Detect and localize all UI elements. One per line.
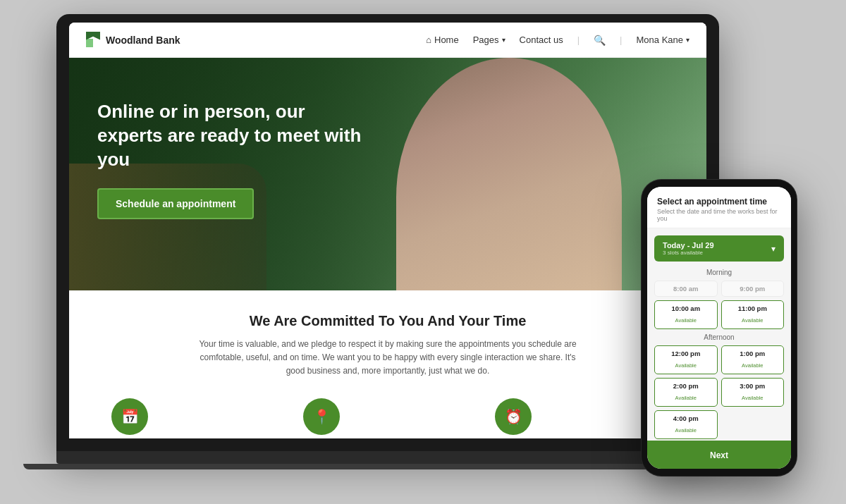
- time-slot-900pm[interactable]: 9:00 pm: [721, 281, 785, 297]
- hero-section: Online or in person, our experts are rea…: [69, 58, 706, 290]
- time-slot-200pm-time: 2:00 pm: [661, 382, 711, 390]
- time-slot-200pm[interactable]: 2:00 pm Available: [654, 378, 718, 407]
- time-slot-100pm[interactable]: 1:00 pm Available: [721, 345, 785, 374]
- time-slot-1100pm[interactable]: 11:00 pm Available: [721, 300, 785, 329]
- time-slot-400pm[interactable]: 4:00 pm Available: [654, 410, 718, 439]
- nav-divider: |: [577, 35, 580, 45]
- next-button-label: Next: [710, 450, 728, 460]
- feature-branches: 📍 Nearby Branches We make it easy to cho…: [303, 398, 472, 438]
- time-slot-1200pm-time: 12:00 pm: [661, 350, 711, 357]
- feature-scheduling-icon: 📅: [111, 398, 148, 435]
- feature-reminders-icon: ⏰: [495, 398, 532, 435]
- afternoon-slots: 12:00 pm Available 1:00 pm Available 2:0…: [654, 345, 784, 439]
- content-section: We Are Committed To You And Your Time Yo…: [69, 290, 706, 438]
- nav-divider-2: |: [620, 35, 622, 45]
- features-grid: 📅 Stress-Free Scheduling Our online sche…: [111, 398, 664, 438]
- time-slot-1100pm-status: Available: [742, 317, 763, 324]
- time-slot-100pm-status: Available: [742, 362, 763, 369]
- schedule-appointment-button[interactable]: Schedule an appointment: [97, 188, 254, 219]
- time-slot-800am-time: 8:00 am: [661, 285, 711, 293]
- laptop-base: [56, 451, 719, 464]
- time-slot-1200pm[interactable]: 12:00 pm Available: [654, 345, 718, 374]
- time-slot-1100pm-time: 11:00 pm: [728, 305, 778, 312]
- feature-scheduling: 📅 Stress-Free Scheduling Our online sche…: [111, 398, 281, 438]
- nav-links: ⌂ Home Pages ▾ Contact us | 🔍 |: [426, 35, 689, 46]
- logo-area: Woodland Bank: [86, 32, 180, 49]
- scene: Woodland Bank ⌂ Home Pages ▾ Contact us: [0, 0, 846, 504]
- time-slot-1000am-status: Available: [675, 317, 697, 324]
- section-title: We Are Committed To You And Your Time: [111, 313, 664, 329]
- time-slot-400pm-time: 4:00 pm: [661, 414, 711, 422]
- date-chevron-icon: ▾: [771, 244, 776, 254]
- brand-name: Woodland Bank: [106, 35, 180, 46]
- afternoon-label: Afternoon: [654, 333, 784, 341]
- time-slot-1000am[interactable]: 10:00 am Available: [654, 300, 718, 329]
- laptop-frame: Woodland Bank ⌂ Home Pages ▾ Contact us: [56, 14, 719, 451]
- brand-logo-icon: [86, 32, 100, 49]
- user-menu[interactable]: Mona Kane ▾: [637, 35, 690, 45]
- hero-title: Online or in person, our experts are rea…: [97, 100, 365, 171]
- logo-top: [86, 32, 100, 40]
- morning-slots: 8:00 am 9:00 pm 10:00 am Available 11:00…: [654, 281, 784, 329]
- feature-branches-icon: 📍: [303, 398, 340, 435]
- pages-chevron-icon: ▾: [502, 36, 505, 44]
- time-slot-800am[interactable]: 8:00 am: [654, 281, 718, 297]
- feature-reminders: ⏰ Timely Reminders Our automated confirm…: [495, 398, 664, 438]
- time-slot-300pm-status: Available: [742, 395, 763, 401]
- time-slot-100pm-time: 1:00 pm: [728, 350, 778, 357]
- morning-label: Morning: [654, 269, 784, 276]
- nav-pages[interactable]: Pages ▾: [473, 35, 505, 45]
- logo-bottom: [86, 39, 93, 47]
- time-slot-400pm-status: Available: [675, 427, 697, 434]
- time-slot-900pm-time: 9:00 pm: [728, 285, 778, 293]
- nav-contact[interactable]: Contact us: [520, 35, 563, 45]
- search-icon[interactable]: 🔍: [594, 35, 606, 46]
- phone-next-button[interactable]: Next: [647, 441, 791, 469]
- section-description: Your time is valuable, and we pledge to …: [190, 338, 585, 379]
- navbar: Woodland Bank ⌂ Home Pages ▾ Contact us: [69, 23, 706, 58]
- time-slot-300pm-time: 3:00 pm: [728, 382, 778, 390]
- laptop-screen: Woodland Bank ⌂ Home Pages ▾ Contact us: [69, 23, 706, 438]
- laptop-device: Woodland Bank ⌂ Home Pages ▾ Contact us: [56, 14, 719, 479]
- user-name: Mona Kane: [637, 35, 684, 45]
- home-icon: ⌂: [426, 35, 431, 45]
- time-slot-200pm-status: Available: [675, 395, 697, 401]
- hero-content: Online or in person, our experts are rea…: [69, 58, 706, 262]
- nav-home[interactable]: ⌂ Home: [426, 35, 459, 45]
- user-chevron-icon: ▾: [686, 36, 689, 44]
- time-slot-1200pm-status: Available: [675, 362, 697, 369]
- time-slot-300pm[interactable]: 3:00 pm Available: [721, 378, 785, 407]
- time-slot-1000am-time: 10:00 am: [661, 305, 711, 312]
